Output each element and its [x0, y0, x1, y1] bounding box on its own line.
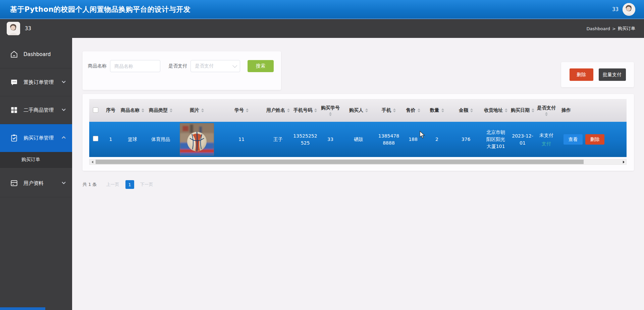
- pay-status-text: 未支付: [539, 132, 553, 139]
- cell-buyer-phone: 13854788888: [376, 122, 402, 157]
- sort-icon[interactable]: [441, 108, 444, 112]
- sidebar-item-label: Dashboard: [23, 51, 66, 57]
- chevron-down-icon: [232, 63, 237, 68]
- col-date[interactable]: 购买日期: [509, 99, 536, 122]
- col-address[interactable]: 收货地址: [482, 99, 509, 122]
- sidebar-item-label: 二手商品管理: [23, 107, 61, 113]
- sidebar-item-exchange-orders[interactable]: 置换订单管理: [0, 68, 72, 96]
- col-image[interactable]: 图片: [176, 99, 218, 122]
- app-window: 基于Python的校园个人闲置物品换购平台的设计与开发 33: [0, 0, 644, 310]
- pagination-total: 共 1 条: [83, 182, 97, 188]
- search-panel: 商品名称 是否支付 是否支付 搜索: [83, 51, 281, 90]
- product-image-basketball[interactable]: [180, 123, 214, 156]
- col-student-no[interactable]: 学号: [218, 99, 265, 122]
- sidebar-item-label: 购买订单管理: [23, 135, 61, 141]
- sort-icon[interactable]: [329, 112, 332, 116]
- col-buy-student-no[interactable]: 购买学号: [319, 99, 341, 122]
- cell-actions: 查看 删除: [557, 122, 627, 157]
- cell-student-no: 11: [218, 122, 265, 157]
- col-phone[interactable]: 手机号码: [291, 99, 319, 122]
- pay-status-label: 是否支付: [168, 63, 187, 69]
- select-all-header: [89, 99, 102, 122]
- sort-icon[interactable]: [201, 108, 204, 112]
- sort-icon[interactable]: [393, 108, 396, 112]
- col-product-type[interactable]: 商品类型: [146, 99, 176, 122]
- sidebar-item-label: 置换订单管理: [23, 79, 61, 86]
- orders-table-panel: 序号 商品名称 商品类型 图片 学号 用户姓名 手机号码 购买学号 购买人 手机…: [83, 94, 634, 171]
- cell-user-name: 王子: [265, 122, 291, 157]
- main-content: 商品名称 是否支付 是否支付 搜索 删除 批量支付: [72, 38, 644, 310]
- cell-address: 北京市朝阳区阳光大厦101: [482, 122, 509, 157]
- sort-icon[interactable]: [470, 108, 473, 112]
- cell-quantity: 2: [424, 122, 449, 157]
- horizontal-scrollbar[interactable]: [89, 159, 627, 165]
- batch-pay-button[interactable]: 批量支付: [599, 68, 626, 81]
- col-buyer[interactable]: 购买人: [341, 99, 376, 122]
- sort-icon[interactable]: [246, 108, 249, 112]
- col-price[interactable]: 售价: [402, 99, 424, 122]
- cell-product-name: 篮球: [119, 122, 146, 157]
- orders-table: 序号 商品名称 商品类型 图片 学号 用户姓名 手机号码 购买学号 购买人 手机…: [89, 99, 627, 157]
- select-all-checkbox[interactable]: [93, 107, 98, 113]
- col-buyer-phone[interactable]: 手机: [376, 99, 402, 122]
- cell-date: 2023-12-01: [509, 122, 536, 157]
- sort-icon[interactable]: [170, 108, 172, 112]
- sort-icon[interactable]: [365, 108, 368, 112]
- user-avatar[interactable]: [7, 22, 20, 35]
- sidebar-subitem-purchase-order[interactable]: 购买订单: [0, 152, 72, 168]
- view-button[interactable]: 查看: [564, 134, 583, 145]
- bulk-delete-button[interactable]: 删除: [570, 68, 593, 81]
- sort-icon[interactable]: [142, 108, 144, 112]
- search-button[interactable]: 搜索: [248, 60, 274, 72]
- user-avatar-photo: [7, 22, 20, 35]
- col-index: 序号: [102, 99, 119, 122]
- col-actions: 操作: [557, 99, 627, 122]
- col-user-name[interactable]: 用户姓名: [265, 99, 291, 122]
- chevron-down-icon: [61, 180, 66, 187]
- pagination-page-1[interactable]: 1: [125, 180, 134, 189]
- row-checkbox[interactable]: [93, 136, 98, 141]
- chevron-up-icon: [61, 135, 66, 141]
- avatar[interactable]: [623, 3, 635, 16]
- sidebar-item-purchase-orders[interactable]: 购买订单管理: [0, 124, 72, 152]
- sort-icon[interactable]: [532, 108, 534, 112]
- sidebar-item-dashboard[interactable]: Dashboard: [0, 41, 72, 68]
- sort-icon[interactable]: [287, 108, 290, 112]
- sidebar-item-label: 用户资料: [23, 180, 61, 187]
- sort-icon[interactable]: [505, 108, 507, 112]
- breadcrumb-separator: >: [612, 26, 616, 31]
- sort-icon[interactable]: [314, 108, 317, 112]
- product-name-input[interactable]: [110, 60, 160, 72]
- col-quantity[interactable]: 数量: [424, 99, 449, 122]
- pay-status-select[interactable]: 是否支付: [191, 60, 240, 72]
- pay-link[interactable]: 支付: [542, 140, 551, 147]
- scroll-left-arrow-icon[interactable]: [90, 159, 95, 164]
- sort-icon[interactable]: [418, 108, 420, 112]
- row-delete-button[interactable]: 删除: [585, 134, 604, 145]
- cell-image: [176, 122, 218, 157]
- sidebar-item-secondhand-goods[interactable]: 二手商品管理: [0, 96, 72, 124]
- scroll-right-arrow-icon[interactable]: [621, 159, 626, 164]
- sidebar-bottom-strip: [0, 307, 45, 310]
- scrollbar-thumb[interactable]: [96, 160, 584, 164]
- card-icon: [9, 178, 19, 188]
- cell-buy-student-no: 33: [319, 122, 341, 157]
- sidebar-item-user-profile[interactable]: 用户资料: [0, 169, 72, 197]
- table-row[interactable]: 1 篮球 体育用品: [89, 122, 627, 157]
- breadcrumb-root[interactable]: Dashboard: [587, 26, 610, 31]
- sidebar: Dashboard 置换订单管理 二手商品管理: [0, 38, 72, 310]
- toolbar-username: 33: [25, 25, 31, 32]
- product-name-label: 商品名称: [88, 63, 107, 69]
- home-icon: [9, 50, 19, 59]
- pagination-prev[interactable]: 上一页: [106, 182, 119, 188]
- bulk-actions-panel: 删除 批量支付: [561, 62, 634, 87]
- col-pay-status[interactable]: 是否支付: [536, 99, 557, 122]
- col-product-name[interactable]: 商品名称: [119, 99, 146, 122]
- sort-icon[interactable]: [545, 112, 548, 116]
- pagination-next[interactable]: 下一页: [140, 182, 153, 188]
- chevron-down-icon: [61, 107, 66, 113]
- pagination: 共 1 条 上一页 1 下一页: [83, 180, 634, 189]
- col-amount[interactable]: 金额: [449, 99, 482, 122]
- cell-amount: 376: [449, 122, 482, 157]
- sidebar-subitem-label: 购买订单: [21, 157, 40, 163]
